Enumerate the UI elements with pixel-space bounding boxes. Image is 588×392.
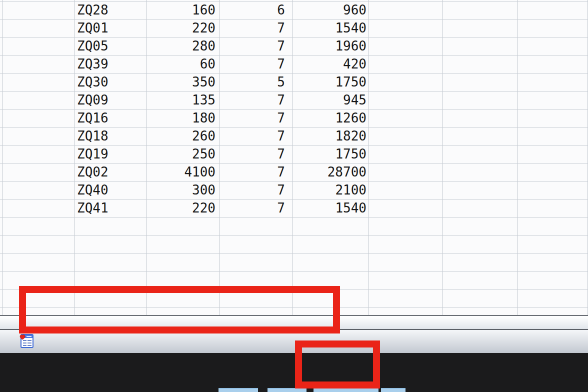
cell-code[interactable]: ZQ09	[77, 91, 108, 109]
window-strip	[381, 388, 406, 392]
cell-code[interactable]: ZQ19	[77, 145, 108, 163]
sheet-row: ZQ1826071820	[0, 127, 588, 145]
cell-qty[interactable]: 220	[147, 19, 216, 37]
cell-unit[interactable]: 7	[220, 199, 285, 217]
sheet-row: ZQ0528071960	[0, 37, 588, 55]
grid-hline	[0, 217, 588, 218]
cell-qty[interactable]: 250	[147, 145, 216, 163]
cell-total[interactable]: 1750	[292, 73, 366, 91]
window-strip	[218, 388, 258, 392]
sheet-row: ZQ4030072100	[0, 181, 588, 199]
cell-qty[interactable]: 280	[147, 37, 216, 55]
cell-code[interactable]: ZQ05	[77, 37, 108, 55]
sheet-row: ZQ024100728700	[0, 163, 588, 181]
spreadsheet-shortcut-icon[interactable]	[19, 333, 34, 349]
sheet-row: ZQ0122071540	[0, 19, 588, 37]
taskbar: 有道 G e MAC	[0, 353, 588, 392]
cell-qty[interactable]: 60	[147, 55, 216, 73]
cell-total[interactable]: 1820	[292, 127, 366, 145]
cell-unit[interactable]: 7	[220, 127, 285, 145]
screen: ZQ281606960ZQ0122071540ZQ0528071960ZQ396…	[0, 0, 588, 392]
cell-code[interactable]: ZQ02	[77, 163, 108, 181]
cell-code[interactable]: ZQ18	[77, 127, 108, 145]
sheet-row: ZQ39607420	[0, 55, 588, 73]
cell-qty[interactable]: 160	[147, 1, 216, 19]
cell-total[interactable]: 1540	[292, 199, 366, 217]
cell-qty[interactable]: 350	[147, 73, 216, 91]
annotation-rectangle-sheet	[19, 286, 340, 334]
sheet-row: ZQ281606960	[0, 1, 588, 19]
cell-unit[interactable]: 7	[220, 181, 285, 199]
annotation-rectangle-excel	[295, 340, 380, 388]
cell-qty[interactable]: 220	[147, 199, 216, 217]
spreadsheet-grid[interactable]: ZQ281606960ZQ0122071540ZQ0528071960ZQ396…	[0, 0, 588, 315]
cell-unit[interactable]: 7	[220, 109, 285, 127]
cell-qty[interactable]: 4100	[147, 163, 216, 181]
cell-code[interactable]: ZQ16	[77, 109, 108, 127]
cell-total[interactable]: 1960	[292, 37, 366, 55]
cell-total[interactable]: 960	[292, 1, 366, 19]
cell-qty[interactable]: 135	[147, 91, 216, 109]
cell-total[interactable]: 945	[292, 91, 366, 109]
cell-code[interactable]: ZQ28	[77, 1, 108, 19]
cell-total[interactable]: 1260	[292, 109, 366, 127]
sheet-row: ZQ1618071260	[0, 109, 588, 127]
grid-hline	[0, 235, 588, 236]
window-strip	[268, 388, 306, 392]
cell-total[interactable]: 1540	[292, 19, 366, 37]
cell-qty[interactable]: 300	[147, 181, 216, 199]
cell-unit[interactable]: 7	[220, 37, 285, 55]
sheet-row: ZQ4122071540	[0, 199, 588, 217]
cell-code[interactable]: ZQ01	[77, 19, 108, 37]
cell-qty[interactable]: 180	[147, 109, 216, 127]
sheet-row: ZQ1925071750	[0, 145, 588, 163]
cell-code[interactable]: ZQ40	[77, 181, 108, 199]
cell-unit[interactable]: 5	[220, 73, 285, 91]
grid-hline	[0, 271, 588, 272]
cell-unit[interactable]: 7	[220, 91, 285, 109]
cell-qty[interactable]: 260	[147, 127, 216, 145]
cell-total[interactable]: 28700	[292, 163, 366, 181]
cell-unit[interactable]: 7	[220, 19, 285, 37]
cell-unit[interactable]: 7	[220, 163, 285, 181]
sheet-row: ZQ3035051750	[0, 73, 588, 91]
cell-unit[interactable]: 7	[220, 55, 285, 73]
cell-unit[interactable]: 6	[220, 1, 285, 19]
cell-unit[interactable]: 7	[220, 145, 285, 163]
cell-total[interactable]: 1750	[292, 145, 366, 163]
sheet-row: ZQ091357945	[0, 91, 588, 109]
cell-total[interactable]: 420	[292, 55, 366, 73]
grid-hline	[0, 253, 588, 254]
cell-total[interactable]: 2100	[292, 181, 366, 199]
window-strip	[314, 388, 378, 392]
cell-code[interactable]: ZQ39	[77, 55, 108, 73]
cell-code[interactable]: ZQ41	[77, 199, 108, 217]
cell-code[interactable]: ZQ30	[77, 73, 108, 91]
